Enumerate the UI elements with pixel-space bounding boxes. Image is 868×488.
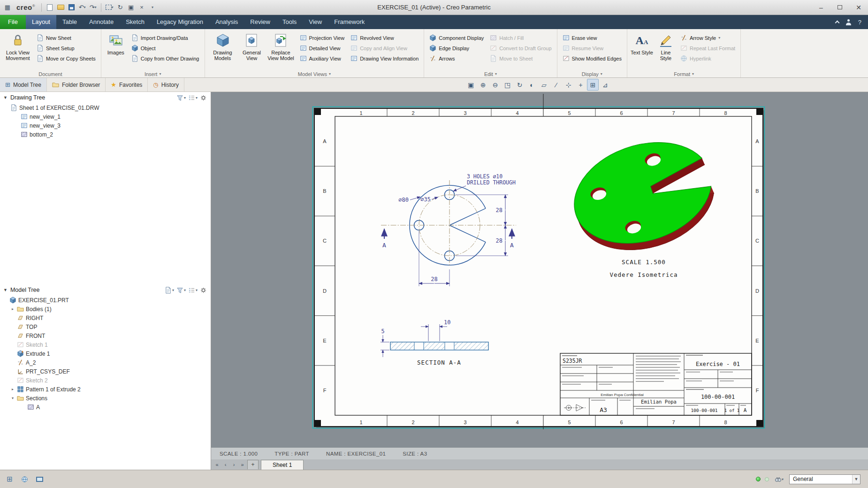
erase-view-button[interactable]: Erase view	[560, 33, 624, 43]
redo-icon[interactable]: ↷▾	[88, 3, 98, 12]
close-button[interactable]: ✕	[849, 0, 868, 15]
previous-sheet-icon[interactable]: ‹	[222, 459, 229, 470]
window-cascade-icon[interactable]: ▣	[126, 3, 136, 12]
tab-tools[interactable]: Tools	[276, 15, 303, 29]
next-sheet-icon[interactable]: ›	[230, 459, 237, 470]
open-file-icon[interactable]	[56, 3, 65, 12]
tree-settings-button[interactable]	[199, 94, 207, 102]
new-file-icon[interactable]	[45, 3, 54, 12]
repaint-icon[interactable]: ↻	[514, 79, 525, 91]
detailed-view-button[interactable]: Detailed View	[297, 43, 347, 53]
zoom-in-icon[interactable]: ⊕	[477, 79, 489, 91]
model-tree-show-button[interactable]: ▾	[164, 286, 175, 294]
graphics-area[interactable]: 12345678 12345678 ABCDEF ABCDEF	[211, 92, 868, 447]
drawing-models-button[interactable]: Drawing Models	[208, 30, 238, 70]
first-sheet-icon[interactable]: «	[213, 459, 221, 470]
collapse-model-tree-icon[interactable]: ▼	[3, 288, 8, 292]
collapse-drawing-tree-icon[interactable]: ▼	[3, 95, 8, 100]
tab-legacy-migration[interactable]: Legacy Migration	[151, 15, 209, 29]
zoom-box-icon[interactable]: ▣	[465, 79, 477, 91]
axis-display-icon[interactable]: ∕	[550, 79, 562, 91]
panel-tab-model-tree[interactable]: ⊞Model Tree	[0, 78, 47, 92]
help-icon[interactable]: ?	[858, 19, 861, 26]
spin-center-icon[interactable]: ⊿	[599, 79, 611, 91]
tab-layout[interactable]: Layout	[26, 15, 56, 29]
expand-icon[interactable]: ▸	[10, 387, 15, 391]
model-tree-item-pattern[interactable]: ▸ Pattern 1 of Extrude 2	[0, 385, 211, 394]
save-icon[interactable]	[67, 3, 76, 12]
import-drawing-data-button[interactable]: Import Drawing/Data	[129, 33, 202, 43]
model-tree-item-axis[interactable]: A_2	[0, 358, 211, 367]
drawing-tree-item-sheet1[interactable]: Sheet 1 of EXERCISE_01.DRW	[0, 103, 211, 112]
drawing-tree-item-new-view-1[interactable]: new_view_1	[0, 112, 211, 121]
lock-view-movement-button[interactable]: Lock View Movement	[3, 30, 33, 70]
tab-table[interactable]: Table	[56, 15, 83, 29]
navigator-toggle-icon[interactable]: ⊞	[4, 473, 15, 485]
tab-view[interactable]: View	[303, 15, 328, 29]
tree-columns-button[interactable]: ▾	[188, 94, 198, 102]
drawing-tree-item-new-view-3[interactable]: new_view_3	[0, 121, 211, 130]
expand-icon[interactable]: ▸	[10, 307, 15, 311]
general-view-button[interactable]: General View	[239, 30, 265, 70]
arrows-button[interactable]: Arrows	[427, 53, 486, 63]
model-tree-item-right[interactable]: RIGHT	[0, 313, 211, 322]
model-tree-item-bodies[interactable]: ▸ Bodies (1)	[0, 305, 211, 313]
regenerate-icon[interactable]: ↻	[115, 3, 125, 12]
show-modified-edges-button[interactable]: Show Modified Edges	[560, 53, 624, 63]
tree-filter-button[interactable]: ▾	[176, 94, 186, 102]
arrow-style-button[interactable]: Arrow Style▾	[678, 33, 738, 43]
add-sheet-button[interactable]: +	[247, 460, 259, 469]
csys-display-icon[interactable]: +	[575, 79, 586, 91]
new-sheet-button[interactable]: New Sheet	[34, 33, 98, 43]
tab-analysis[interactable]: Analysis	[209, 15, 244, 29]
tab-review[interactable]: Review	[244, 15, 276, 29]
images-button[interactable]: Images	[104, 30, 128, 70]
model-tree-item-sketch2[interactable]: Sketch 2	[0, 376, 211, 385]
search-binoculars-icon[interactable]: ▾	[773, 473, 785, 485]
zoom-out-icon[interactable]: ⊖	[489, 79, 501, 91]
sheet-setup-button[interactable]: Sheet Setup	[34, 43, 98, 53]
revolved-view-button[interactable]: Revolved View	[348, 33, 421, 43]
panel-tab-history[interactable]: ◷History	[148, 78, 184, 92]
replace-view-model-button[interactable]: Replace View Model	[266, 30, 296, 70]
drawing-tree-item-bottom-2[interactable]: bottom_2	[0, 130, 211, 139]
refit-icon[interactable]: ◳	[502, 79, 513, 91]
model-tree-item-part[interactable]: EXERCISE_01.PRT	[0, 296, 211, 305]
annotation-display-icon[interactable]: ⊞	[587, 79, 599, 91]
model-tree-item-csys[interactable]: PRT_CSYS_DEF	[0, 367, 211, 376]
customize-toolbar-icon[interactable]: ▾	[148, 3, 157, 12]
browser-toggle-icon[interactable]	[19, 473, 30, 485]
sheet-tab-sheet1[interactable]: Sheet 1	[261, 460, 304, 470]
model-tree-item-top[interactable]: TOP	[0, 322, 211, 331]
model-tree-item-sketch1[interactable]: Sketch 1	[0, 340, 211, 349]
plane-display-icon[interactable]: ▱	[538, 79, 550, 91]
model-tree-item-front[interactable]: FRONT	[0, 331, 211, 340]
menu-grid-icon[interactable]: ▦	[3, 3, 12, 12]
tab-file[interactable]: File	[0, 15, 26, 29]
tab-framework[interactable]: Framework	[328, 15, 371, 29]
tab-annotate[interactable]: Annotate	[83, 15, 120, 29]
tab-sketch[interactable]: Sketch	[120, 15, 151, 29]
collapse-ribbon-icon[interactable]	[835, 21, 839, 25]
selection-filter-dropdown[interactable]: General ▼	[789, 474, 860, 484]
auxiliary-view-button[interactable]: Auxiliary View	[297, 53, 347, 63]
select-box-icon[interactable]: ▾	[105, 3, 114, 12]
last-sheet-icon[interactable]: »	[239, 459, 246, 470]
object-button[interactable]: Object	[129, 43, 202, 53]
minimize-button[interactable]: –	[812, 0, 830, 15]
text-style-button[interactable]: AA Text Style	[630, 30, 654, 70]
copy-from-other-drawing-button[interactable]: Copy from Other Drawing	[129, 53, 202, 63]
model-tree-item-section-a[interactable]: A	[0, 403, 211, 412]
line-style-button[interactable]: Line Style	[655, 30, 677, 70]
projection-view-button[interactable]: Projection View	[297, 33, 347, 43]
selection-filter-arrow-icon[interactable]: ▼	[852, 475, 860, 484]
model-tree-filter-button[interactable]: ▾	[176, 286, 186, 294]
full-screen-icon[interactable]	[34, 473, 46, 485]
drawing-view-information-button[interactable]: Drawing View Information	[348, 53, 421, 63]
point-display-icon[interactable]: ⊹	[563, 79, 574, 91]
panel-tab-favorites[interactable]: ★Favorites	[106, 78, 148, 92]
collapse-icon[interactable]: ▾	[10, 396, 15, 400]
close-window-icon[interactable]: ×	[137, 3, 146, 12]
user-account-icon[interactable]	[845, 19, 852, 25]
maximize-button[interactable]	[830, 0, 849, 15]
